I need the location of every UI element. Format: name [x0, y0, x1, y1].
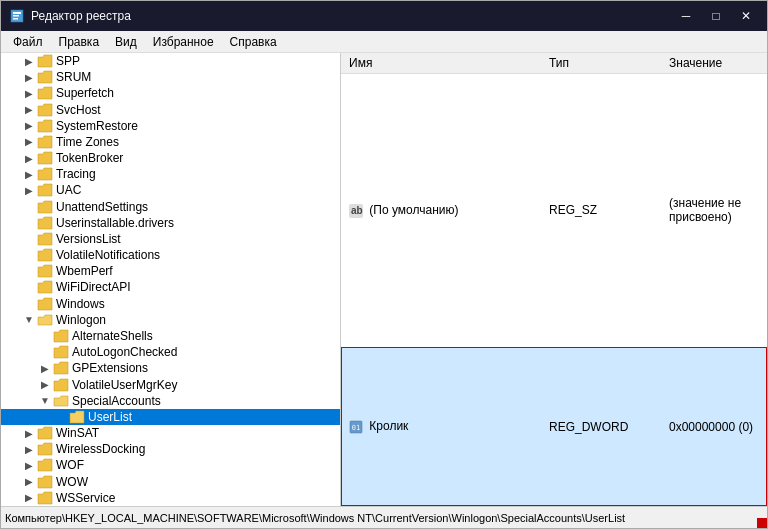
content-area: ▶ SPP ▶ SRUM ▶ Superfetch ▶	[1, 53, 767, 506]
expander-wsservice[interactable]: ▶	[21, 490, 37, 506]
folder-icon-unattendsettings	[37, 200, 53, 214]
tree-item-wow[interactable]: ▶ WOW	[1, 473, 340, 489]
registry-panel: Имя Тип Значение ab (По умолчанию) REG_S…	[341, 53, 767, 506]
table-row[interactable]: ab (По умолчанию) REG_SZ (значение не пр…	[341, 73, 767, 347]
tree-item-userinstallable[interactable]: ▶ Userinstallable.drivers	[1, 215, 340, 231]
maximize-button[interactable]: □	[703, 6, 729, 26]
tree-item-unattendsettings[interactable]: ▶ UnattendSettings	[1, 199, 340, 215]
tree-item-alternateshells[interactable]: ▶ AlternateShells	[1, 328, 340, 344]
tree-item-volatileusermgrkey[interactable]: ▶ VolatileUserMgrKey	[1, 376, 340, 392]
tree-label-superfetch: Superfetch	[56, 86, 114, 100]
tree-item-svchost[interactable]: ▶ SvcHost	[1, 102, 340, 118]
tree-item-uac[interactable]: ▶ UAC	[1, 182, 340, 198]
tree-label-versionslist: VersionsList	[56, 232, 121, 246]
folder-icon-winsat	[37, 426, 53, 440]
tree-item-windows[interactable]: ▶ Windows	[1, 296, 340, 312]
folder-icon-wifidirectapi	[37, 280, 53, 294]
folder-icon-systemrestore	[37, 119, 53, 133]
tree-item-systemrestore[interactable]: ▶ SystemRestore	[1, 118, 340, 134]
folder-icon-userlist	[69, 410, 85, 424]
menu-help[interactable]: Справка	[222, 33, 285, 51]
tree-label-spp: SPP	[56, 54, 80, 68]
menu-view[interactable]: Вид	[107, 33, 145, 51]
tree-item-superfetch[interactable]: ▶ Superfetch	[1, 85, 340, 101]
tree-item-tracing[interactable]: ▶ Tracing	[1, 166, 340, 182]
expander-wirelessdocking[interactable]: ▶	[21, 441, 37, 457]
registry-table: Имя Тип Значение ab (По умолчанию) REG_S…	[341, 53, 767, 506]
folder-icon-tracing	[37, 167, 53, 181]
main-window: Редактор реестра ─ □ ✕ Файл Правка Вид И…	[0, 0, 768, 529]
folder-icon-wof	[37, 458, 53, 472]
folder-icon-srum	[37, 70, 53, 84]
folder-icon-tokenbroker	[37, 151, 53, 165]
tree-item-timezones[interactable]: ▶ Time Zones	[1, 134, 340, 150]
expander-systemrestore[interactable]: ▶	[21, 118, 37, 134]
tree-label-systemrestore: SystemRestore	[56, 119, 138, 133]
tree-item-versionslist[interactable]: ▶ VersionsList	[1, 231, 340, 247]
expander-uac[interactable]: ▶	[21, 182, 37, 198]
tree-item-wirelessdocking[interactable]: ▶ WirelessDocking	[1, 441, 340, 457]
tree-label-winsat: WinSAT	[56, 426, 99, 440]
tree-label-uac: UAC	[56, 183, 81, 197]
folder-icon-spp	[37, 54, 53, 68]
tree-item-volatilenotifications[interactable]: ▶ VolatileNotifications	[1, 247, 340, 263]
expander-tokenbroker[interactable]: ▶	[21, 150, 37, 166]
tree-item-winsat[interactable]: ▶ WinSAT	[1, 425, 340, 441]
expander-volatileusermgrkey[interactable]: ▶	[37, 377, 53, 393]
tree-item-tokenbroker[interactable]: ▶ TokenBroker	[1, 150, 340, 166]
tree-item-userlist[interactable]: ▶ UserList	[1, 409, 340, 425]
expander-timezones[interactable]: ▶	[21, 134, 37, 150]
tree-label-tokenbroker: TokenBroker	[56, 151, 123, 165]
expander-winsat[interactable]: ▶	[21, 425, 37, 441]
col-header-value: Значение	[661, 53, 767, 73]
expander-srum[interactable]: ▶	[21, 69, 37, 85]
tree-label-volatilenotifications: VolatileNotifications	[56, 248, 160, 262]
expander-tracing[interactable]: ▶	[21, 166, 37, 182]
expander-gpextensions[interactable]: ▶	[37, 360, 53, 376]
tree-item-autologonchecked[interactable]: ▶ AutoLogonChecked	[1, 344, 340, 360]
menu-favorites[interactable]: Избранное	[145, 33, 222, 51]
expander-svchost[interactable]: ▶	[21, 102, 37, 118]
expander-spp[interactable]: ▶	[21, 53, 37, 69]
menu-file[interactable]: Файл	[5, 33, 51, 51]
tree-label-unattendsettings: UnattendSettings	[56, 200, 148, 214]
reg-row-value-default: (значение не присвоено)	[661, 73, 767, 347]
folder-icon-specialaccounts	[53, 394, 69, 408]
svg-rect-1	[13, 12, 21, 14]
table-row[interactable]: 01 Кролик REG_DWORD 0x00000000 (0)	[341, 347, 767, 506]
tree-label-winlogon: Winlogon	[56, 313, 106, 327]
expander-winlogon[interactable]: ▼	[21, 312, 37, 328]
tree-label-timezones: Time Zones	[56, 135, 119, 149]
close-button[interactable]: ✕	[733, 6, 759, 26]
tree-label-alternateshells: AlternateShells	[72, 329, 153, 343]
tree-item-wof[interactable]: ▶ WOF	[1, 457, 340, 473]
tree-item-wbemperf[interactable]: ▶ WbemPerf	[1, 263, 340, 279]
folder-icon-volatilenotifications	[37, 248, 53, 262]
tree-item-gpextensions[interactable]: ▶ GPExtensions	[1, 360, 340, 376]
folder-icon-wirelessdocking	[37, 442, 53, 456]
dword-icon: 01	[349, 420, 363, 434]
tree-label-wsservice: WSService	[56, 491, 115, 505]
tree-item-specialaccounts[interactable]: ▼ SpecialAccounts	[1, 393, 340, 409]
status-bar-text: Компьютер\HKEY_LOCAL_MACHINE\SOFTWARE\Mi…	[5, 512, 625, 524]
tree-item-winlogon[interactable]: ▼ Winlogon	[1, 312, 340, 328]
expander-superfetch[interactable]: ▶	[21, 85, 37, 101]
tree-label-userlist: UserList	[88, 410, 132, 424]
folder-icon-volatileusermgrkey	[53, 378, 69, 392]
folder-icon-wbemperf	[37, 264, 53, 278]
tree-label-gpextensions: GPExtensions	[72, 361, 148, 375]
menu-edit[interactable]: Правка	[51, 33, 108, 51]
expander-specialaccounts[interactable]: ▼	[37, 393, 53, 409]
svg-rect-2	[13, 15, 19, 17]
tree-panel[interactable]: ▶ SPP ▶ SRUM ▶ Superfetch ▶	[1, 53, 341, 506]
minimize-button[interactable]: ─	[673, 6, 699, 26]
tree-item-wifidirectapi[interactable]: ▶ WiFiDirectAPI	[1, 279, 340, 295]
tree-label-userinstallable: Userinstallable.drivers	[56, 216, 174, 230]
reg-row-type-default: REG_SZ	[541, 73, 661, 347]
tree-item-spp[interactable]: ▶ SPP	[1, 53, 340, 69]
tree-item-wsservice[interactable]: ▶ WSService	[1, 490, 340, 506]
folder-icon-windows	[37, 297, 53, 311]
expander-wof[interactable]: ▶	[21, 457, 37, 473]
expander-wow[interactable]: ▶	[21, 474, 37, 490]
tree-item-srum[interactable]: ▶ SRUM	[1, 69, 340, 85]
